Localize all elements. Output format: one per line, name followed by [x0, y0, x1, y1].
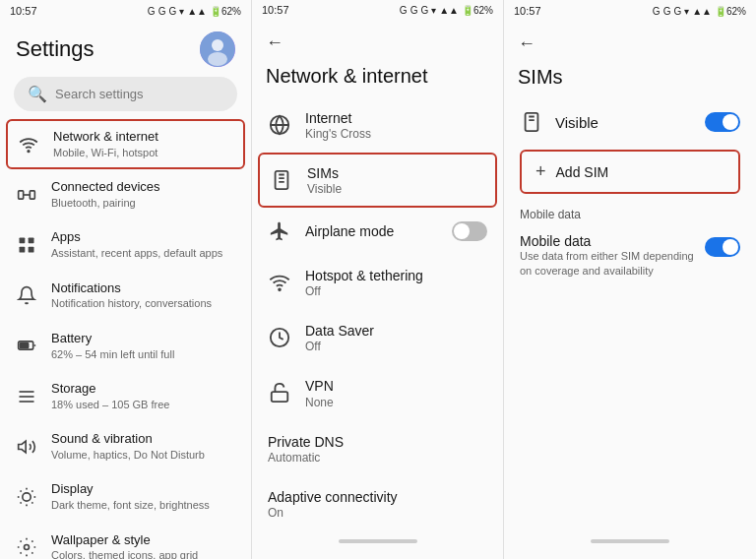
settings-item-display[interactable]: Display Dark theme, font size, brightnes… — [0, 471, 251, 522]
add-sim-label: Add SIM — [556, 164, 609, 180]
svg-line-20 — [32, 502, 32, 503]
svg-rect-7 — [29, 237, 34, 243]
svg-rect-28 — [276, 171, 288, 189]
apps-title: Apps — [51, 229, 222, 246]
status-bar-3: 10:57 G G G ▾ ▲▲ 🔋62% — [504, 0, 756, 22]
apps-icon — [16, 234, 37, 256]
settings-item-wallpaper[interactable]: Wallpaper & style Colors, themed icons, … — [0, 523, 251, 560]
settings-item-network[interactable]: Network & internet Mobile, Wi-Fi, hotspo… — [6, 119, 245, 169]
adaptive-text: Adaptive connectivity On — [268, 488, 398, 520]
adaptive-sub: On — [268, 506, 398, 520]
notifications-icon — [16, 284, 37, 306]
notifications-subtitle: Notification history, conversations — [51, 296, 212, 310]
connected-icon — [16, 184, 37, 206]
net-item-vpn[interactable]: VPN None — [252, 365, 503, 420]
sims-panel: 10:57 G G G ▾ ▲▲ 🔋62% ← SIMs Visible — [504, 0, 756, 559]
airplane-toggle[interactable] — [452, 221, 487, 241]
display-title: Display — [51, 481, 210, 498]
svg-rect-9 — [29, 247, 34, 253]
settings-header: Settings — [0, 22, 251, 73]
internet-label: Internet — [305, 109, 371, 127]
svg-point-1 — [212, 39, 223, 51]
internet-sub: King's Cross — [305, 127, 371, 141]
sims-back-header: ← — [504, 22, 756, 62]
back-arrow-2[interactable]: ← — [264, 31, 285, 55]
settings-item-battery[interactable]: Battery 62% – 54 min left until full — [0, 321, 251, 371]
net-item-privatedns[interactable]: Private DNS Automatic — [252, 421, 503, 476]
back-arrow-3[interactable]: ← — [516, 31, 537, 56]
adaptive-label: Adaptive connectivity — [268, 488, 398, 506]
privatedns-label: Private DNS — [268, 433, 344, 451]
time-2: 10:57 — [262, 4, 289, 16]
connected-subtitle: Bluetooth, pairing — [51, 196, 160, 210]
mobile-data-title: Mobile data — [520, 233, 697, 249]
sound-icon — [16, 436, 37, 458]
svg-rect-11 — [20, 343, 28, 348]
internet-icon — [268, 113, 291, 137]
network-title: Network & internet — [252, 61, 503, 97]
net-item-datasaver[interactable]: Data Saver Off — [252, 310, 503, 365]
vpn-sub: None — [305, 396, 334, 409]
net-item-adaptive[interactable]: Adaptive connectivity On — [252, 476, 503, 531]
privatedns-sub: Automatic — [268, 451, 344, 465]
visible-toggle[interactable] — [705, 112, 740, 132]
search-bar[interactable]: 🔍 — [14, 77, 237, 111]
mobile-data-text: Mobile data Use data from either SIM dep… — [520, 233, 697, 280]
settings-list: Network & internet Mobile, Wi-Fi, hotspo… — [0, 119, 251, 559]
search-icon: 🔍 — [28, 85, 47, 103]
settings-panel: 10:57 G G G ▾ ▲▲ 🔋62% Settings 🔍 — [0, 0, 252, 559]
net-item-hotspot[interactable]: Hotspot & tethering Off — [252, 255, 503, 310]
svg-point-25 — [25, 545, 30, 550]
settings-item-notifications[interactable]: Notifications Notification history, conv… — [0, 271, 251, 321]
vpn-text: VPN None — [305, 377, 334, 408]
network-text: Network & internet Mobile, Wi-Fi, hotspo… — [53, 129, 158, 159]
settings-item-storage[interactable]: Storage 18% used – 105 GB free — [0, 371, 251, 421]
bottom-bar-3 — [504, 539, 756, 559]
search-input[interactable] — [55, 87, 223, 101]
mobile-data-toggle[interactable] — [705, 237, 740, 257]
home-indicator-3 — [591, 539, 669, 543]
datasaver-label: Data Saver — [305, 322, 374, 340]
svg-line-19 — [21, 490, 22, 491]
settings-item-sound[interactable]: Sound & vibration Volume, haptics, Do No… — [0, 421, 251, 471]
wallpaper-text: Wallpaper & style Colors, themed icons, … — [51, 532, 198, 560]
network-icon — [18, 134, 39, 155]
airplane-text: Airplane mode — [305, 222, 394, 240]
mobile-data-section-label: Mobile data — [520, 198, 740, 225]
airplane-icon — [268, 219, 291, 243]
visible-label: Visible — [555, 114, 693, 131]
time-1: 10:57 — [10, 5, 37, 17]
storage-text: Storage 18% used – 105 GB free — [51, 381, 169, 411]
network-header: ← — [252, 21, 503, 61]
mobile-data-row: Mobile data Use data from either SIM dep… — [520, 225, 740, 287]
time-3: 10:57 — [514, 5, 541, 17]
settings-item-apps[interactable]: Apps Assistant, recent apps, default app… — [0, 219, 251, 270]
svg-line-24 — [32, 490, 32, 491]
settings-item-connected[interactable]: Connected devices Bluetooth, pairing — [0, 169, 251, 219]
avatar[interactable] — [200, 31, 235, 67]
svg-rect-6 — [20, 237, 26, 243]
net-item-airplane[interactable]: Airplane mode — [252, 208, 503, 255]
status-icons-2: G G G ▾ ▲▲ 🔋62% — [400, 5, 493, 16]
add-sim-button[interactable]: + Add SIM — [520, 150, 740, 194]
hotspot-icon — [268, 271, 291, 294]
status-bar-1: 10:57 G G G ▾ ▲▲ 🔋62% — [0, 0, 251, 22]
sims-sub: Visible — [307, 182, 342, 196]
privatedns-text: Private DNS Automatic — [268, 433, 344, 465]
storage-subtitle: 18% used – 105 GB free — [51, 398, 169, 411]
datasaver-sub: Off — [305, 340, 374, 353]
airplane-toggle-knob — [454, 223, 470, 239]
status-bar-2: 10:57 G G G ▾ ▲▲ 🔋62% — [252, 0, 503, 21]
apps-subtitle: Assistant, recent apps, default apps — [51, 246, 222, 260]
net-item-sims[interactable]: SIMs Visible — [258, 153, 497, 208]
svg-point-29 — [279, 289, 281, 291]
network-list: Internet King's Cross SIMs Visible — [252, 97, 503, 539]
network-subtitle: Mobile, Wi-Fi, hotspot — [53, 146, 158, 159]
status-icons-3: G G G ▾ ▲▲ 🔋62% — [653, 6, 746, 17]
sims-icon — [270, 168, 293, 192]
net-item-internet[interactable]: Internet King's Cross — [252, 97, 503, 153]
sound-title: Sound & vibration — [51, 431, 205, 448]
net-item-troubleshoot[interactable]: Troubleshoot mobile connection Tips for … — [252, 531, 503, 539]
airplane-label: Airplane mode — [305, 222, 394, 240]
mobile-data-toggle-knob — [723, 239, 738, 255]
